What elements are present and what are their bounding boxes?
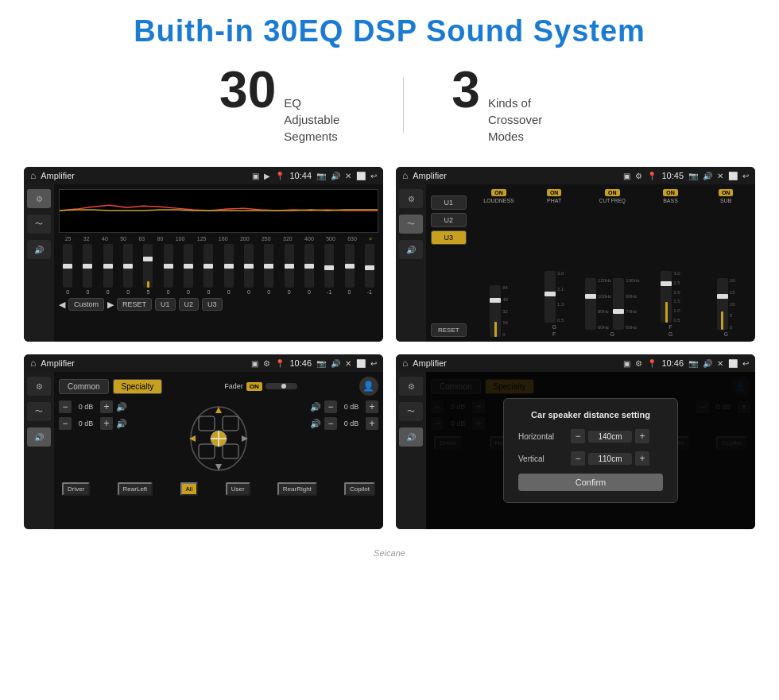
close-icon[interactable]: ✕ xyxy=(345,172,351,180)
home-icon-s2[interactable]: ⌂ xyxy=(402,170,408,181)
reset-btn-s2[interactable]: RESET xyxy=(431,323,467,337)
sub-slider[interactable] xyxy=(717,278,728,330)
vol-btn-s4[interactable]: 🔊 xyxy=(399,427,423,447)
loudness-on-btn[interactable]: ON xyxy=(491,189,506,196)
close-icon-s2[interactable]: ✕ xyxy=(717,172,723,180)
wave-btn-s4[interactable]: 〜 xyxy=(399,402,423,421)
window-icon[interactable]: ⬜ xyxy=(356,172,366,180)
speaker-vol-btn[interactable]: 🔊 xyxy=(27,240,51,259)
vol-btn-s2[interactable]: 🔊 xyxy=(399,240,423,259)
prev-icon[interactable]: ◀ xyxy=(59,300,65,310)
u2-btn[interactable]: U2 xyxy=(179,298,200,311)
confirm-button[interactable]: Confirm xyxy=(518,474,663,491)
slider-12[interactable]: 0 xyxy=(285,244,294,295)
horizontal-plus[interactable]: + xyxy=(635,429,649,443)
slider-6[interactable]: 0 xyxy=(164,244,173,295)
u3-btn[interactable]: U3 xyxy=(202,298,223,311)
waveform-btn[interactable]: 〜 xyxy=(27,215,51,234)
close-icon-s3[interactable]: ✕ xyxy=(345,359,351,368)
slider-13[interactable]: 0 xyxy=(304,244,314,295)
all-btn[interactable]: All xyxy=(180,482,199,496)
wave-btn-s2[interactable]: 〜 xyxy=(399,215,423,234)
fader-track[interactable] xyxy=(265,383,297,389)
eq-btn-s4[interactable]: ⚙ xyxy=(399,377,423,396)
home-icon-s4[interactable]: ⌂ xyxy=(402,358,408,369)
slider-11[interactable]: 0 xyxy=(264,244,273,295)
vol-minus-fl[interactable]: − xyxy=(59,400,72,413)
vol-minus-rr[interactable]: − xyxy=(324,417,337,430)
reset-btn[interactable]: RESET xyxy=(117,298,152,311)
vol-minus-rl[interactable]: − xyxy=(59,417,72,430)
slider-4[interactable]: 0 xyxy=(123,244,133,295)
vol-plus-rl[interactable]: + xyxy=(100,417,113,430)
phat-label: PHAT xyxy=(547,198,561,203)
rearleft-btn[interactable]: RearLeft xyxy=(118,482,153,496)
back-icon[interactable]: ↩ xyxy=(370,172,377,180)
bass-on-btn[interactable]: ON xyxy=(663,189,678,196)
slider-2[interactable]: 0 xyxy=(83,244,92,295)
window-icon-s2[interactable]: ⬜ xyxy=(728,172,738,180)
vol-plus-rr[interactable]: + xyxy=(366,417,378,430)
vol-minus-fr[interactable]: − xyxy=(324,400,337,413)
eq-btn-s2[interactable]: ⚙ xyxy=(399,189,423,208)
vol-btn-s3[interactable]: 🔊 xyxy=(27,427,51,447)
screen4-container: ⌂ Amplifier ▣ ⚙ 📍 10:46 📷 🔊 ✕ ⬜ ↩ ⚙ 〜 🔊 xyxy=(396,354,755,529)
wave-btn-s3[interactable]: 〜 xyxy=(27,402,51,421)
record-icon-s3: ▣ xyxy=(251,359,258,368)
slider-16[interactable]: -1 xyxy=(365,244,374,295)
sliders-row[interactable]: 0 0 0 0 5 xyxy=(59,244,378,295)
vertical-plus[interactable]: + xyxy=(635,451,649,466)
specialty-btn-s3[interactable]: Specialty xyxy=(113,379,163,394)
driver-btn[interactable]: Driver xyxy=(62,482,90,496)
eq-btn-s3[interactable]: ⚙ xyxy=(27,377,51,396)
common-btn-s3[interactable]: Common xyxy=(59,379,109,394)
vertical-minus[interactable]: − xyxy=(571,451,585,466)
slider-5[interactable]: 5 xyxy=(143,244,153,295)
user-btn[interactable]: User xyxy=(226,482,250,496)
sub-on-btn[interactable]: ON xyxy=(719,189,734,196)
cutfreq-on-btn[interactable]: ON xyxy=(605,189,620,196)
back-icon-s3[interactable]: ↩ xyxy=(370,359,377,368)
home-icon[interactable]: ⌂ xyxy=(30,170,36,181)
loudness-slider-left[interactable] xyxy=(490,285,501,337)
preset-u2[interactable]: U2 xyxy=(431,213,467,227)
phat-slider[interactable] xyxy=(545,271,556,323)
slider-10[interactable]: 0 xyxy=(244,244,254,295)
eq-settings-btn[interactable]: ⚙ xyxy=(27,189,51,208)
window-icon-s3[interactable]: ⬜ xyxy=(356,359,366,368)
vol-plus-fr[interactable]: + xyxy=(366,400,378,413)
screen1-time: 10:44 xyxy=(289,171,312,180)
preset-u1[interactable]: U1 xyxy=(431,195,467,210)
screen2-status-bar: ⌂ Amplifier ▣ ⚙ 📍 10:45 📷 🔊 ✕ ⬜ ↩ xyxy=(396,167,755,184)
back-icon-s2[interactable]: ↩ xyxy=(742,172,749,180)
slider-15[interactable]: 0 xyxy=(345,244,355,295)
window-icon-s4[interactable]: ⬜ xyxy=(728,359,738,368)
user-icon-s3[interactable]: 👤 xyxy=(359,377,378,396)
u1-btn[interactable]: U1 xyxy=(155,298,176,311)
slider-3[interactable]: 0 xyxy=(103,244,113,295)
close-icon-s4[interactable]: ✕ xyxy=(717,359,723,368)
cutfreq-slider-right[interactable] xyxy=(613,278,624,330)
preset-u3[interactable]: U3 xyxy=(431,230,467,245)
slider-9[interactable]: 0 xyxy=(224,244,234,295)
phat-on-btn[interactable]: ON xyxy=(547,189,562,196)
copilot-btn[interactable]: Copilot xyxy=(344,482,375,496)
slider-1[interactable]: 0 xyxy=(63,244,72,295)
home-icon-s3[interactable]: ⌂ xyxy=(30,358,36,369)
slider-14[interactable]: -1 xyxy=(324,244,334,295)
bass-slider[interactable] xyxy=(661,271,672,323)
fader-area: Fader ON xyxy=(224,382,297,391)
next-icon[interactable]: ▶ xyxy=(107,300,114,310)
screen1-container: ⌂ Amplifier ▣ ▶ 📍 10:44 📷 🔊 ✕ ⬜ ↩ ⚙ 〜 🔊 xyxy=(24,167,383,342)
horizontal-minus[interactable]: − xyxy=(571,429,585,443)
slider-8[interactable]: 0 xyxy=(203,244,213,295)
back-icon-s4[interactable]: ↩ xyxy=(742,359,749,368)
settings-icon-s4: ⚙ xyxy=(635,359,642,368)
vol-plus-fl[interactable]: + xyxy=(100,400,113,413)
rearright-btn[interactable]: RearRight xyxy=(277,482,317,496)
slider-7[interactable]: 0 xyxy=(184,244,193,295)
channels-area: ON LOUDNESS 64 48 32 16 xyxy=(475,189,750,337)
screen2-time: 10:45 xyxy=(661,171,684,180)
dialog-overlay: Car speaker distance setting Horizontal … xyxy=(426,372,755,529)
cutfreq-slider-left[interactable] xyxy=(585,278,596,330)
